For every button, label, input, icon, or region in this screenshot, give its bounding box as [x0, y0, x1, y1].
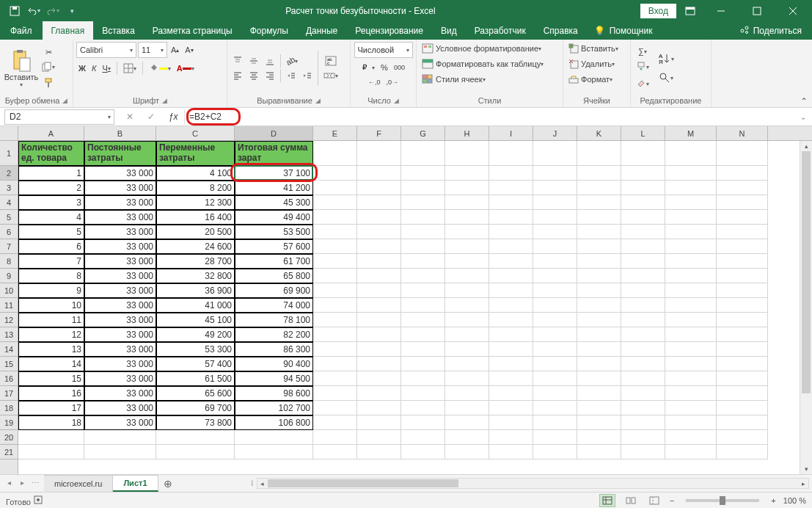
cell-D15[interactable]: 90 400 [235, 357, 313, 371]
cell-M2[interactable] [665, 166, 717, 181]
cell-I15[interactable] [489, 357, 533, 371]
cell-K2[interactable] [577, 166, 621, 181]
cell-I9[interactable] [489, 269, 533, 283]
cell-C10[interactable]: 36 900 [156, 283, 235, 298]
cell-L14[interactable] [621, 342, 665, 357]
cell-F1[interactable] [357, 141, 401, 166]
bold-button[interactable]: Ж [76, 62, 88, 74]
cell-N15[interactable] [717, 357, 768, 371]
cell-D13[interactable]: 82 200 [235, 327, 313, 342]
cell-I10[interactable] [489, 283, 533, 298]
cell-M8[interactable] [665, 254, 717, 269]
cell-A7[interactable]: 6 [18, 239, 84, 254]
cell-M4[interactable] [665, 195, 717, 210]
cell-F19[interactable] [357, 415, 401, 430]
cell-E6[interactable] [313, 225, 357, 239]
cell-D20[interactable] [235, 430, 313, 445]
cell-H1[interactable] [445, 141, 489, 166]
cell-J12[interactable] [533, 313, 577, 327]
scroll-right-icon[interactable]: ▸ [798, 479, 808, 488]
cell-C4[interactable]: 12 300 [156, 195, 235, 210]
cell-L6[interactable] [621, 225, 665, 239]
cell-B5[interactable]: 33 000 [84, 210, 156, 225]
cell-B14[interactable]: 33 000 [84, 342, 156, 357]
cell-N1[interactable] [717, 141, 768, 166]
sort-filter-button[interactable]: AЯ▾ [656, 51, 676, 68]
cell-H16[interactable] [445, 371, 489, 386]
decrease-indent-button[interactable] [284, 69, 299, 82]
cell-L9[interactable] [621, 269, 665, 283]
cell-G14[interactable] [401, 342, 445, 357]
cell-G21[interactable] [401, 445, 445, 459]
cell-A19[interactable]: 18 [18, 415, 84, 430]
cell-G15[interactable] [401, 357, 445, 371]
cell-A4[interactable]: 3 [18, 195, 84, 210]
name-box[interactable]: D2▾ [4, 109, 114, 125]
cell-B9[interactable]: 33 000 [84, 269, 156, 283]
font-color-button[interactable]: А▾ [175, 62, 197, 74]
cell-J21[interactable] [533, 445, 577, 459]
cell-I18[interactable] [489, 401, 533, 415]
save-icon[interactable] [6, 2, 23, 20]
cell-B6[interactable]: 33 000 [84, 225, 156, 239]
scroll-up-icon[interactable]: ▴ [800, 141, 812, 151]
redo-icon[interactable]: ▾ [44, 2, 62, 20]
cell-B18[interactable]: 33 000 [84, 401, 156, 415]
formula-input[interactable]: =B2+C2 [185, 109, 794, 125]
cell-G1[interactable] [401, 141, 445, 166]
cell-A6[interactable]: 5 [18, 225, 84, 239]
cell-D9[interactable]: 65 800 [235, 269, 313, 283]
column-header-L[interactable]: L [621, 126, 665, 140]
cell-D3[interactable]: 41 200 [235, 181, 313, 195]
cell-M14[interactable] [665, 342, 717, 357]
cell-E2[interactable] [313, 166, 357, 181]
cell-K20[interactable] [577, 430, 621, 445]
macro-recorder-icon[interactable] [33, 498, 43, 506]
cell-L5[interactable] [621, 210, 665, 225]
cell-L18[interactable] [621, 401, 665, 415]
cell-M13[interactable] [665, 327, 717, 342]
row-header-21[interactable]: 21 [0, 445, 18, 459]
cell-N16[interactable] [717, 371, 768, 386]
tab-review[interactable]: Рецензирование [346, 21, 432, 40]
cell-N18[interactable] [717, 401, 768, 415]
cell-J13[interactable] [533, 327, 577, 342]
cell-M7[interactable] [665, 239, 717, 254]
cell-J17[interactable] [533, 386, 577, 401]
cell-C13[interactable]: 49 200 [156, 327, 235, 342]
cell-L7[interactable] [621, 239, 665, 254]
cell-J18[interactable] [533, 401, 577, 415]
cell-N3[interactable] [717, 181, 768, 195]
cell-H5[interactable] [445, 210, 489, 225]
cell-A20[interactable] [18, 430, 84, 445]
sheet-tab-microexcel[interactable]: microexcel.ru [44, 475, 113, 492]
cell-N9[interactable] [717, 269, 768, 283]
orientation-button[interactable]: ab▾ [284, 55, 300, 67]
font-launcher-icon[interactable]: ◢ [162, 97, 167, 104]
column-header-M[interactable]: M [665, 126, 717, 140]
cell-N12[interactable] [717, 313, 768, 327]
font-size-combo[interactable]: 11▾ [138, 42, 167, 58]
cell-B2[interactable]: 33 000 [84, 166, 156, 181]
cell-E21[interactable] [313, 445, 357, 459]
column-header-E[interactable]: E [313, 126, 357, 140]
conditional-formatting-button[interactable]: Условное форматирование▾ [420, 42, 544, 55]
row-header-17[interactable]: 17 [0, 386, 18, 401]
cell-C16[interactable]: 61 500 [156, 371, 235, 386]
row-header-6[interactable]: 6 [0, 225, 18, 239]
cell-K14[interactable] [577, 342, 621, 357]
cell-E3[interactable] [313, 181, 357, 195]
cell-H19[interactable] [445, 415, 489, 430]
cell-M12[interactable] [665, 313, 717, 327]
find-select-button[interactable]: ▾ [656, 70, 676, 87]
zoom-in-button[interactable]: + [771, 496, 775, 505]
share-button[interactable]: Поделиться [730, 21, 812, 40]
cell-A14[interactable]: 13 [18, 342, 84, 357]
cell-I14[interactable] [489, 342, 533, 357]
cell-N10[interactable] [717, 283, 768, 298]
cell-M11[interactable] [665, 298, 717, 313]
tab-page-layout[interactable]: Разметка страницы [144, 21, 241, 40]
cell-C15[interactable]: 57 400 [156, 357, 235, 371]
cell-A10[interactable]: 9 [18, 283, 84, 298]
cell-M5[interactable] [665, 210, 717, 225]
